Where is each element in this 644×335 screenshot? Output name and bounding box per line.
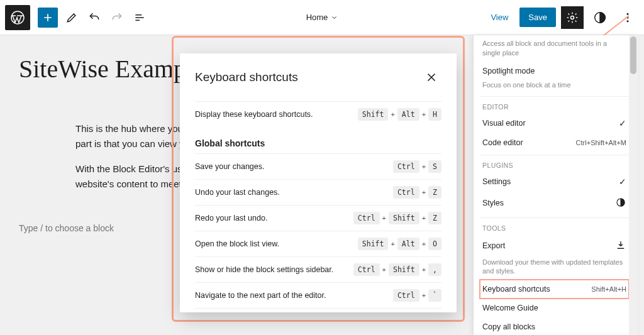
- modal-close-button[interactable]: [421, 67, 441, 87]
- svg-point-3: [627, 13, 629, 14]
- menu-item-settings[interactable]: Settings ✓: [480, 172, 629, 192]
- menu-section-plugins: Plugins: [480, 155, 629, 172]
- shortcut-row: Navigate to the next part of the editor.…: [195, 282, 441, 308]
- half-circle-icon: [593, 11, 607, 25]
- key: Shift: [358, 238, 389, 250]
- redo-button[interactable]: [106, 6, 128, 29]
- wp-logo[interactable]: [5, 5, 30, 30]
- document-title[interactable]: Home: [306, 13, 338, 22]
- check-icon: ✓: [619, 118, 626, 128]
- half-circle-icon: [615, 197, 626, 210]
- modal-title: Keyboard shortcuts: [195, 70, 298, 84]
- section-heading: Global shortcuts: [195, 138, 441, 148]
- download-icon: [615, 239, 626, 253]
- key: ,: [428, 263, 441, 276]
- menu-item-code-editor[interactable]: Code editor Ctrl+Shift+Alt+M: [480, 133, 629, 152]
- key: H: [428, 108, 441, 121]
- key: S: [428, 160, 441, 173]
- shortcut-label: Open the block list view.: [195, 239, 279, 248]
- shortcut-label: Show or hide the block settings sidebar.: [195, 265, 333, 274]
- shortcut-row: Redo your last undo.Ctrl+Shift+Z: [195, 205, 441, 231]
- key: Ctrl: [353, 212, 380, 224]
- styles-button[interactable]: [589, 6, 611, 29]
- shortcut-row: Undo your last changes.Ctrl+Z: [195, 179, 441, 205]
- more-menu-dropdown: Access all block and document tools in a…: [473, 35, 638, 335]
- key: Z: [428, 212, 441, 224]
- shortcut-label: Undo your last changes.: [195, 188, 280, 197]
- keyboard-shortcuts-modal: Keyboard shortcuts Display these keyboar…: [180, 53, 457, 312]
- settings-button[interactable]: [561, 6, 584, 29]
- menu-item-welcome-guide[interactable]: Welcome Guide: [480, 299, 629, 317]
- gear-icon: [566, 11, 579, 24]
- shortcut-keys: Ctrl+Shift+,: [353, 263, 441, 276]
- shortcut-label: Display these keyboard shortcuts.: [195, 110, 313, 119]
- document-title-text: Home: [306, 13, 328, 22]
- add-block-button[interactable]: [38, 8, 58, 28]
- scrollbar-thumb[interactable]: [630, 36, 636, 74]
- check-icon: ✓: [619, 177, 626, 187]
- shortcut-keys: Shift+Alt+H: [358, 108, 441, 121]
- menu-item-export[interactable]: Export: [480, 234, 629, 258]
- modal-body[interactable]: Display these keyboard shortcuts. Shift+…: [180, 97, 457, 312]
- shortcut-row: Open the block list view.Shift+Alt+O: [195, 231, 441, 256]
- shortcut-row: Show or hide the block settings sidebar.…: [195, 256, 441, 282]
- menu-item-visual-editor[interactable]: Visual editor ✓: [480, 113, 629, 133]
- dropdown-content: Access all block and document tools in a…: [474, 35, 638, 335]
- key: Ctrl: [393, 186, 419, 199]
- key: Shift: [389, 263, 419, 276]
- menu-item-spotlight[interactable]: Spotlight mode: [480, 62, 629, 80]
- menu-item-description: Focus on one block at a time: [480, 80, 629, 94]
- shortcut-label: Redo your last undo.: [195, 214, 267, 222]
- shortcut-keys: Ctrl+Z: [393, 186, 441, 199]
- menu-item-description: Download your theme with updated templat…: [480, 258, 629, 280]
- menu-item-styles[interactable]: Styles: [480, 192, 629, 215]
- shortcut-label: Save your changes.: [195, 162, 265, 171]
- menu-item-copy-all-blocks[interactable]: Copy all blocks: [480, 317, 629, 335]
- shortcut-label: Navigate to the next part of the editor.: [195, 291, 326, 300]
- shortcut-row: Shift+Alt+N: [195, 308, 441, 312]
- menu-section-tools: Tools: [480, 217, 629, 234]
- shortcut-row: Save your changes.Ctrl+S: [195, 153, 441, 179]
- key: Shift: [358, 108, 389, 121]
- menu-item-keyboard-shortcuts[interactable]: Keyboard shortcuts Shift+Alt+H: [480, 280, 629, 299]
- menu-section-editor: Editor: [480, 96, 629, 113]
- key: Ctrl: [353, 263, 380, 276]
- shortcut-hint: Ctrl+Shift+Alt+M: [576, 139, 626, 146]
- key: `: [428, 289, 441, 302]
- save-button[interactable]: Save: [519, 8, 556, 27]
- key: O: [428, 238, 441, 250]
- edit-tool-button[interactable]: [60, 6, 83, 29]
- key: Shift: [389, 212, 419, 224]
- shortcut-row: Display these keyboard shortcuts. Shift+…: [195, 101, 441, 127]
- shortcut-hint: Shift+Alt+H: [591, 285, 626, 293]
- modal-header: Keyboard shortcuts: [180, 53, 457, 97]
- view-link[interactable]: View: [484, 9, 514, 26]
- svg-point-5: [627, 20, 629, 22]
- editor-topbar: Home View Save: [0, 0, 644, 35]
- chevron-down-icon: [330, 14, 338, 21]
- undo-button[interactable]: [83, 6, 106, 29]
- svg-point-1: [571, 16, 574, 19]
- menu-item-description: Access all block and document tools in a…: [480, 39, 629, 62]
- shortcut-keys: Ctrl+`: [393, 289, 441, 302]
- key: Alt: [397, 238, 419, 250]
- close-icon: [425, 70, 438, 84]
- list-view-button[interactable]: [128, 6, 151, 29]
- key: Ctrl: [393, 289, 419, 302]
- shortcut-keys: Ctrl+S: [393, 160, 441, 173]
- shortcut-keys: Shift+Alt+O: [358, 238, 441, 250]
- shortcut-keys: Ctrl+Shift+Z: [353, 212, 441, 224]
- key: Z: [428, 186, 441, 199]
- key: Alt: [397, 108, 419, 121]
- key: Ctrl: [393, 160, 419, 173]
- dropdown-scrollbar[interactable]: [629, 35, 638, 335]
